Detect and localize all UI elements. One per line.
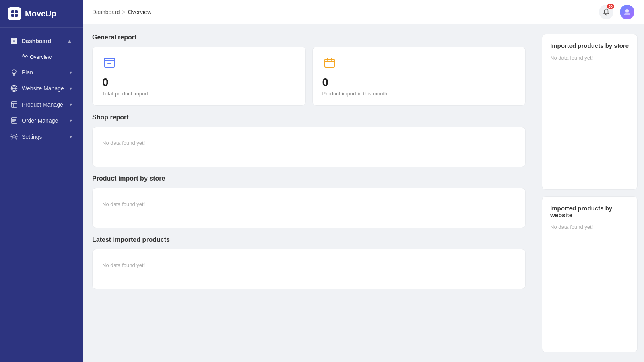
product-import-store-card: No data found yet!	[92, 188, 526, 228]
side-card-by-store: Imported products by store No data found…	[542, 34, 638, 190]
avatar[interactable]	[620, 5, 634, 19]
logo-area: MoveUp	[0, 0, 83, 28]
dashboard-chevron-icon: ▲	[67, 38, 72, 44]
main-area: Dashboard > Overview 30	[83, 0, 644, 362]
notification-button[interactable]: 30	[599, 5, 613, 19]
content-wrapper: General report 0 Total product import	[83, 24, 644, 362]
activity-icon	[22, 53, 29, 60]
product-import-store-no-data: No data found yet!	[102, 201, 145, 207]
app-name: MoveUp	[25, 9, 56, 19]
product-import-store-section: Product import by store No data found ye…	[92, 175, 526, 228]
breadcrumb: Dashboard > Overview	[92, 9, 151, 15]
order-manage-chevron-icon: ▾	[70, 118, 72, 123]
logo-icon	[8, 7, 21, 20]
website-manage-label: Website Manage	[22, 85, 64, 92]
breadcrumb-current: Overview	[128, 9, 151, 15]
product-manage-chevron-icon: ▾	[70, 102, 72, 107]
month-import-value: 0	[322, 76, 516, 89]
shop-report-no-data: No data found yet!	[102, 140, 145, 146]
total-import-value: 0	[102, 76, 296, 89]
svg-rect-2	[11, 14, 14, 17]
side-card-by-store-no-data: No data found yet!	[550, 55, 593, 61]
plan-label: Plan	[22, 69, 33, 76]
sidebar-item-order-manage[interactable]: Order Manage ▾	[3, 113, 79, 128]
svg-rect-22	[325, 59, 334, 67]
latest-imported-no-data: No data found yet!	[102, 262, 145, 268]
link-icon	[10, 85, 18, 92]
side-card-by-website-no-data: No data found yet!	[550, 224, 593, 230]
bell-icon	[603, 8, 610, 16]
stats-row: 0 Total product import	[92, 47, 526, 106]
svg-point-17	[13, 136, 15, 138]
product-manage-label: Product Manage	[22, 101, 63, 108]
settings-chevron-icon: ▾	[70, 134, 72, 140]
order-manage-label: Order Manage	[22, 117, 58, 124]
archive-icon	[102, 56, 117, 70]
grid-icon	[10, 37, 18, 45]
stat-card-total-import: 0 Total product import	[92, 47, 306, 106]
product-import-store-title: Product import by store	[92, 175, 526, 182]
side-card-by-website: Imported products by website No data fou…	[542, 196, 638, 352]
general-report-title: General report	[92, 34, 526, 41]
avatar-icon	[623, 8, 632, 16]
svg-rect-20	[104, 58, 115, 60]
svg-rect-4	[11, 38, 14, 41]
breadcrumb-separator: >	[122, 9, 126, 15]
settings-label: Settings	[22, 134, 42, 140]
svg-rect-7	[14, 41, 17, 44]
website-manage-chevron-icon: ▾	[70, 86, 72, 91]
sidebar: MoveUp Dashboard ▲ Overview	[0, 0, 83, 362]
plan-chevron-icon: ▾	[70, 70, 72, 75]
svg-rect-3	[15, 14, 18, 17]
month-import-label: Product import in this month	[322, 90, 516, 97]
package-icon	[10, 101, 18, 108]
breadcrumb-parent[interactable]: Dashboard	[92, 9, 120, 15]
gear-icon	[10, 133, 18, 140]
right-panel: Imported products by store No data found…	[535, 24, 644, 362]
stat-card-month-import: 0 Product import in this month	[312, 47, 526, 106]
sidebar-item-product-manage[interactable]: Product Manage ▾	[3, 97, 79, 112]
latest-imported-section: Latest imported products No data found y…	[92, 236, 526, 289]
main-content: General report 0 Total product import	[83, 24, 535, 362]
notification-badge: 30	[607, 4, 614, 9]
calendar-icon	[322, 56, 337, 70]
latest-imported-card: No data found yet!	[92, 249, 526, 289]
header: Dashboard > Overview 30	[83, 0, 644, 24]
overview-label: Overview	[30, 54, 52, 60]
shop-report-section: Shop report No data found yet!	[92, 114, 526, 167]
sidebar-item-dashboard[interactable]: Dashboard ▲	[3, 33, 79, 49]
svg-rect-12	[11, 102, 17, 107]
lightbulb-icon	[10, 69, 18, 76]
header-actions: 30	[599, 5, 634, 19]
sidebar-item-overview[interactable]: Overview	[3, 49, 79, 64]
total-import-label: Total product import	[102, 90, 296, 97]
sidebar-nav: Dashboard ▲ Overview Plan ▾	[0, 28, 83, 362]
svg-rect-0	[11, 10, 14, 13]
latest-imported-title: Latest imported products	[92, 236, 526, 243]
shop-report-title: Shop report	[92, 114, 526, 121]
dashboard-label: Dashboard	[22, 38, 51, 44]
sidebar-item-settings[interactable]: Settings ▾	[3, 129, 79, 144]
svg-point-18	[625, 9, 629, 12]
svg-rect-6	[11, 41, 14, 44]
svg-rect-5	[14, 38, 17, 41]
general-report-section: General report 0 Total product import	[92, 34, 526, 106]
sidebar-item-plan[interactable]: Plan ▾	[3, 65, 79, 80]
side-card-by-store-title: Imported products by store	[550, 42, 629, 49]
shop-report-card: No data found yet!	[92, 127, 526, 167]
side-card-by-website-title: Imported products by website	[550, 205, 629, 218]
sidebar-item-website-manage[interactable]: Website Manage ▾	[3, 81, 79, 96]
svg-point-8	[12, 70, 16, 74]
svg-rect-1	[15, 10, 18, 13]
list-icon	[10, 117, 18, 124]
